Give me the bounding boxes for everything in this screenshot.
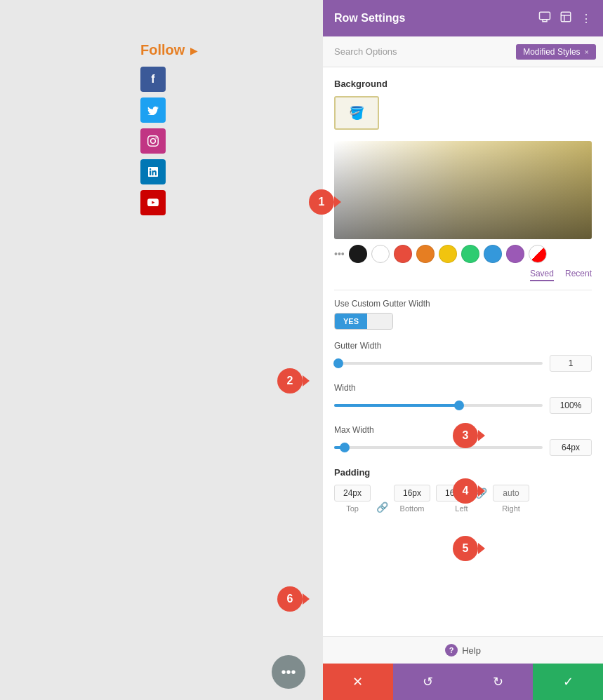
search-options-tab[interactable]: Search Options — [323, 46, 516, 57]
panel-header: Row Settings ⋮ — [323, 0, 603, 36]
toggle-no[interactable] — [367, 314, 392, 329]
action-bar: ✕ ↺ ↻ ✓ — [323, 664, 603, 700]
background-section: Background 🪣 — [334, 79, 592, 130]
gutter-width-section: Gutter Width — [334, 341, 592, 372]
swatch-black[interactable] — [349, 245, 367, 263]
step-4-badge: 4 — [453, 478, 478, 504]
header-icons: ⋮ — [538, 11, 592, 26]
swatch-blue[interactable] — [484, 245, 502, 263]
modified-styles-close[interactable]: × — [585, 48, 589, 56]
gutter-width-row — [334, 355, 592, 372]
swatch-green[interactable] — [461, 245, 479, 263]
social-section: Follow ▶ f — [140, 42, 198, 215]
padding-bottom-label: Bottom — [400, 504, 425, 513]
svg-rect-0 — [540, 12, 550, 20]
width-label: Width — [334, 383, 592, 393]
divider-1 — [334, 290, 592, 290]
toggle-yes[interactable]: YES — [335, 314, 367, 329]
help-bar: ? Help — [323, 636, 603, 664]
padding-right-group: Right — [493, 485, 529, 513]
gutter-width-track[interactable] — [334, 362, 543, 365]
padding-top-group: Top — [334, 485, 371, 513]
padding-right-input[interactable] — [493, 485, 529, 502]
background-label: Background — [334, 79, 592, 89]
help-icon[interactable]: ? — [445, 644, 458, 657]
reset-button[interactable]: ↺ — [393, 664, 463, 700]
svg-rect-1 — [543, 20, 547, 22]
background-preview[interactable]: 🪣 — [334, 96, 379, 130]
panel-title: Row Settings — [334, 12, 405, 25]
gutter-toggle-section: Use Custom Gutter Width YES — [334, 299, 592, 330]
width-section: Width — [334, 383, 592, 414]
padding-top-label: Top — [346, 504, 359, 513]
step-5-badge: 5 — [453, 536, 478, 561]
help-text[interactable]: Help — [462, 645, 481, 656]
redo-button[interactable]: ↻ — [463, 664, 534, 700]
width-input[interactable] — [550, 397, 592, 414]
step-6-badge: 6 — [277, 586, 303, 612]
layout-icon[interactable] — [559, 11, 572, 26]
saved-recent-row: Saved Recent — [334, 269, 592, 281]
padding-link-1-icon[interactable]: 🔗 — [376, 502, 388, 513]
gutter-width-label: Gutter Width — [334, 341, 592, 351]
padding-bottom-input[interactable] — [394, 485, 430, 502]
padding-right-label: Right — [502, 504, 520, 513]
gutter-width-input[interactable] — [550, 355, 592, 372]
save-button[interactable]: ✓ — [533, 664, 603, 700]
more-options-icon[interactable]: ⋮ — [581, 12, 592, 25]
follow-label: Follow — [140, 42, 185, 58]
max-width-track[interactable] — [334, 446, 543, 449]
paint-bucket-icon: 🪣 — [349, 105, 364, 121]
saved-tab[interactable]: Saved — [530, 269, 554, 281]
gutter-toggle[interactable]: YES — [334, 313, 393, 330]
cancel-button[interactable]: ✕ — [323, 664, 393, 700]
width-fill — [334, 404, 459, 407]
responsive-icon[interactable] — [538, 11, 551, 26]
padding-label: Padding — [334, 467, 592, 478]
width-thumb[interactable] — [454, 401, 464, 410]
color-swatches-row: ••• — [334, 245, 592, 263]
left-panel: Follow ▶ f — [0, 0, 323, 700]
padding-top-input[interactable] — [334, 485, 371, 502]
follow-arrow-icon: ▶ — [190, 45, 198, 56]
gutter-width-thumb[interactable] — [333, 358, 343, 368]
swatch-orange[interactable] — [416, 245, 435, 263]
max-width-input[interactable] — [550, 439, 592, 456]
width-track[interactable] — [334, 404, 543, 407]
max-width-thumb[interactable] — [340, 443, 350, 452]
color-gradient-area[interactable] — [334, 141, 592, 239]
youtube-icon[interactable] — [140, 190, 166, 215]
step-1-badge: 1 — [309, 189, 334, 215]
padding-left-label: Left — [455, 504, 468, 513]
width-row — [334, 397, 592, 414]
swatches-dots-menu[interactable]: ••• — [334, 248, 345, 260]
swatch-custom[interactable] — [529, 245, 547, 263]
swatch-red[interactable] — [394, 245, 412, 263]
gutter-toggle-label: Use Custom Gutter Width — [334, 299, 592, 309]
linkedin-icon[interactable] — [140, 159, 166, 184]
padding-bottom-group: Bottom — [394, 485, 430, 513]
swatch-white[interactable] — [371, 245, 390, 263]
step-3-badge: 3 — [453, 423, 478, 448]
follow-row: Follow ▶ — [140, 42, 198, 58]
modified-styles-badge[interactable]: Modified Styles × — [516, 44, 596, 60]
panel-tabs: Search Options Modified Styles × — [323, 36, 603, 67]
three-dots-button[interactable]: ••• — [272, 655, 305, 689]
swatch-yellow[interactable] — [439, 245, 457, 263]
svg-rect-2 — [561, 12, 571, 22]
recent-tab[interactable]: Recent — [565, 269, 592, 281]
swatch-purple[interactable] — [506, 245, 524, 263]
right-panel: Row Settings ⋮ Search Options Modified S… — [323, 0, 603, 700]
twitter-icon[interactable] — [140, 97, 166, 123]
instagram-icon[interactable] — [140, 128, 166, 154]
facebook-icon[interactable]: f — [140, 67, 166, 92]
step-2-badge: 2 — [277, 368, 303, 393]
